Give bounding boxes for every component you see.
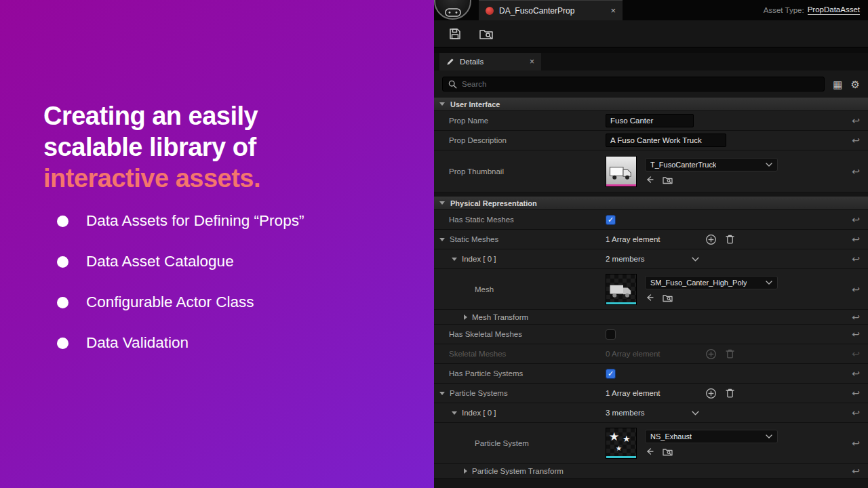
close-icon[interactable]: × xyxy=(610,5,616,16)
pencil-icon xyxy=(446,58,454,66)
element-options-chevron-icon[interactable] xyxy=(692,257,699,262)
page: Creating an easily scalable library of i… xyxy=(0,0,868,488)
asset-tab-bar: DA_FusoCanterProp × Asset Type: PropData… xyxy=(434,0,868,20)
reset-to-default-icon[interactable]: ↩ xyxy=(852,116,860,125)
mesh-thumbnail-image[interactable] xyxy=(606,274,637,305)
reset-to-default-icon[interactable]: ↩ xyxy=(852,388,860,398)
truck-mesh-icon xyxy=(609,283,633,299)
reset-to-default-icon[interactable]: ↩ xyxy=(852,408,860,418)
slide-heading: Creating an easily scalable library of i… xyxy=(43,100,260,194)
category-title: Physical Representation xyxy=(450,199,537,207)
add-element-icon[interactable] xyxy=(705,388,717,399)
search-box[interactable] xyxy=(442,77,825,92)
use-selected-asset-icon[interactable] xyxy=(645,293,654,302)
thumbnail-asset-combo[interactable]: T_FusoCanterTruck xyxy=(645,158,778,171)
property-label: Mesh xyxy=(434,285,606,293)
use-selected-asset-icon[interactable] xyxy=(645,175,654,184)
category-title: User Interface xyxy=(450,100,500,108)
prop-name-input[interactable] xyxy=(606,114,694,127)
prop-description-input[interactable] xyxy=(606,134,726,147)
reset-to-default-icon[interactable]: ↩ xyxy=(852,136,860,145)
check-icon: ✓ xyxy=(608,369,614,378)
browse-to-asset-icon[interactable] xyxy=(663,293,673,302)
editor-toolbar xyxy=(434,20,868,47)
details-tab-bar: Details × xyxy=(434,53,868,70)
prop-thumbnail-image[interactable] xyxy=(606,156,637,187)
row-mesh-transform: Mesh Transform ↩ xyxy=(434,310,868,325)
particle-system-thumbnail-image[interactable]: ★ ★ ★ xyxy=(606,428,637,459)
particle-star-icon: ★ xyxy=(609,430,619,444)
search-icon xyxy=(448,80,457,89)
has-particle-systems-checkbox[interactable]: ✓ xyxy=(606,369,616,379)
row-has-skeletal-meshes: Has Skeletal Meshes ↩ xyxy=(434,325,868,344)
details-tab-title: Details xyxy=(460,58,484,66)
expander-down-icon[interactable] xyxy=(439,392,445,395)
reset-to-default-icon[interactable]: ↩ xyxy=(852,235,860,244)
expander-right-icon[interactable] xyxy=(464,314,467,320)
has-skeletal-meshes-checkbox[interactable] xyxy=(606,329,616,340)
heading-line-3-accent: interactive assets. xyxy=(43,163,260,194)
row-prop-thumbnail: Prop Thumbnail T_FusoCanterTruck xyxy=(434,150,868,192)
bullet-dot-icon xyxy=(57,216,68,227)
mesh-asset-combo[interactable]: SM_Fuso_Canter_High_Poly xyxy=(645,276,778,289)
particle-system-asset-combo[interactable]: NS_Exhaust xyxy=(645,430,778,443)
browse-to-asset-button[interactable] xyxy=(477,25,495,43)
use-selected-asset-icon[interactable] xyxy=(645,447,654,456)
heading-line-1: Creating an easily xyxy=(43,100,260,131)
row-has-static-meshes: Has Static Meshes ✓ ↩ xyxy=(434,210,868,230)
save-button[interactable] xyxy=(446,25,464,43)
combo-value: T_FusoCanterTruck xyxy=(650,161,716,169)
property-label: Has Particle Systems xyxy=(434,369,606,378)
list-item: Configurable Actor Class xyxy=(57,294,304,310)
reset-to-default-icon[interactable]: ↩ xyxy=(852,167,860,176)
check-icon: ✓ xyxy=(608,216,614,224)
particle-type-underline xyxy=(606,456,636,458)
clear-array-trash-icon[interactable] xyxy=(725,388,735,399)
expander-down-icon[interactable] xyxy=(452,258,457,261)
element-options-chevron-icon[interactable] xyxy=(692,411,699,415)
browse-to-asset-icon[interactable] xyxy=(663,176,673,184)
slide-panel: Creating an easily scalable library of i… xyxy=(0,0,434,488)
category-physical-representation[interactable]: Physical Representation xyxy=(434,197,868,210)
property-label: Particle Systems xyxy=(434,389,606,397)
settings-gear-icon[interactable]: ⚙ xyxy=(851,79,860,89)
asset-type: Asset Type: PropDataAsset xyxy=(764,0,868,20)
add-element-icon[interactable] xyxy=(705,234,717,245)
row-particle-systems: Particle Systems 1 Array element ↩ xyxy=(434,384,868,403)
reset-to-default-icon[interactable]: ↩ xyxy=(852,254,860,264)
property-label: Particle System xyxy=(434,439,606,447)
property-label: Skeletal Meshes xyxy=(434,350,606,358)
tab-details[interactable]: Details × xyxy=(439,53,541,70)
avatar-badge xyxy=(434,0,471,20)
reset-to-default-icon[interactable]: ↩ xyxy=(852,215,860,224)
reset-to-default-icon[interactable]: ↩ xyxy=(852,285,860,294)
row-has-particle-systems: Has Particle Systems ✓ ↩ xyxy=(434,364,868,384)
reset-to-default-icon[interactable]: ↩ xyxy=(852,312,860,322)
mesh-type-underline xyxy=(606,302,636,304)
close-icon[interactable]: × xyxy=(530,57,534,66)
category-user-interface[interactable]: User Interface xyxy=(434,98,868,111)
chevron-down-icon xyxy=(766,434,772,439)
browse-to-asset-icon[interactable] xyxy=(663,447,673,456)
display-filter-icon[interactable]: ▦ xyxy=(833,79,842,89)
bullet-list: Data Assets for Defining “Props” Data As… xyxy=(57,213,304,375)
search-input[interactable] xyxy=(462,80,818,88)
reset-to-default-icon[interactable]: ↩ xyxy=(852,466,860,476)
reset-to-default-icon[interactable]: ↩ xyxy=(852,439,860,448)
expander-down-icon[interactable] xyxy=(452,411,457,415)
save-icon xyxy=(448,27,462,41)
clear-array-trash-icon xyxy=(725,348,735,359)
reset-to-default-icon[interactable]: ↩ xyxy=(852,369,860,378)
expander-right-icon[interactable] xyxy=(464,468,467,474)
chevron-down-icon xyxy=(766,281,772,285)
property-label: Static Meshes xyxy=(434,235,606,243)
tab-da-fusocanterprop[interactable]: DA_FusoCanterProp × xyxy=(479,0,623,20)
property-label: Prop Name xyxy=(434,117,606,125)
reset-to-default-icon[interactable]: ↩ xyxy=(852,329,860,339)
bullet-text: Configurable Actor Class xyxy=(86,293,254,311)
expander-down-icon[interactable] xyxy=(439,238,445,241)
asset-type-value[interactable]: PropDataAsset xyxy=(808,5,860,15)
has-static-meshes-checkbox[interactable]: ✓ xyxy=(606,215,616,225)
clear-array-trash-icon[interactable] xyxy=(725,234,735,245)
property-label: Particle System Transform xyxy=(434,467,606,475)
